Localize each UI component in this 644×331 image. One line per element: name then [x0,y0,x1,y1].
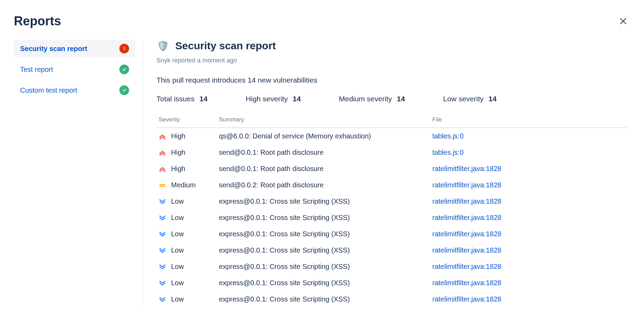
close-button[interactable] [616,14,630,28]
svg-point-1 [124,49,125,50]
cell-severity: Low [156,295,219,303]
cell-severity: Medium [156,181,219,189]
table-row: Mediumsend@0.0.2: Root path disclosurera… [156,177,627,193]
count-label: Low severity [443,95,484,103]
reports-dialog: Reports Security scan reportTest reportC… [0,0,644,331]
cell-file: ratelimitfilter.java:1828 [432,165,627,173]
cell-summary: express@0.0.1: Cross site Scripting (XSS… [219,295,432,303]
cell-file: tables.js:0 [432,148,627,156]
vulnerability-table: Severity Summary File Highqs@6.0.0: Deni… [156,113,627,307]
cell-file: ratelimitfilter.java:1828 [432,246,627,254]
report-title: Security scan report [175,40,276,52]
severity-low-icon [159,279,166,287]
count-value: 14 [293,95,300,103]
col-header-severity: Severity [156,116,219,123]
cell-summary: express@0.0.1: Cross site Scripting (XSS… [219,263,432,271]
count-label: Medium severity [339,95,392,103]
summary-text: express@0.0.1: Cross site Scripting (XSS… [219,279,350,287]
file-link[interactable]: ratelimitfilter.java:1828 [432,263,501,270]
severity-text: Low [171,279,184,287]
cell-file: ratelimitfilter.java:1828 [432,263,627,271]
severity-text: Low [171,214,184,222]
table-row: Lowexpress@0.0.1: Cross site Scripting (… [156,258,627,275]
close-icon [619,17,628,26]
cell-severity: High [156,165,219,173]
sidebar-item[interactable]: Test report [14,60,135,78]
cell-file: ratelimitfilter.java:1828 [432,230,627,238]
severity-high-icon [159,133,166,140]
count-group: Total issues14 [156,95,207,103]
snyk-icon: 🛡️ [156,40,169,52]
report-description: This pull request introduces 14 new vuln… [156,76,627,84]
sidebar-item[interactable]: Security scan report [14,40,135,58]
cell-summary: send@0.0.1: Root path disclosure [219,165,432,173]
summary-text: send@0.0.1: Root path disclosure [219,165,324,172]
dialog-header: Reports [14,14,630,28]
cell-summary: send@0.0.1: Root path disclosure [219,148,432,156]
file-link[interactable]: ratelimitfilter.java:1828 [432,197,501,205]
severity-text: Low [171,295,184,303]
severity-text: Low [171,230,184,238]
cell-summary: express@0.0.1: Cross site Scripting (XSS… [219,214,432,222]
count-group: Low severity14 [443,95,497,103]
severity-low-icon [159,230,166,238]
cell-summary: express@0.0.1: Cross site Scripting (XSS… [219,279,432,287]
file-link[interactable]: ratelimitfilter.java:1828 [432,181,501,189]
cell-file: ratelimitfilter.java:1828 [432,214,627,222]
file-link[interactable]: ratelimitfilter.java:1828 [432,279,501,287]
summary-text: qs@6.0.0: Denial of service (Memory exha… [219,132,371,140]
severity-text: Low [171,197,184,205]
sidebar-item[interactable]: Custom test report [14,81,135,99]
severity-text: High [171,148,185,156]
cell-severity: High [156,132,219,140]
severity-text: Low [171,246,184,254]
severity-high-icon [159,165,166,173]
file-link[interactable]: ratelimitfilter.java:1828 [432,246,501,254]
severity-text: Medium [171,181,196,189]
file-link[interactable]: tables.js:0 [432,148,464,156]
count-value: 14 [397,95,405,103]
cell-file: tables.js:0 [432,132,627,140]
sidebar-item-label: Test report [20,66,53,74]
cell-severity: Low [156,214,219,222]
severity-text: High [171,165,185,173]
sidebar-item-label: Custom test report [20,86,77,94]
file-link[interactable]: ratelimitfilter.java:1828 [432,295,501,303]
table-row: Highsend@0.0.1: Root path disclosuretabl… [156,144,627,161]
severity-low-icon [159,214,166,222]
file-link[interactable]: tables.js:0 [432,132,464,140]
cell-summary: qs@6.0.0: Denial of service (Memory exha… [219,132,432,140]
severity-high-icon [159,149,166,156]
col-header-file: File [432,116,627,123]
file-link[interactable]: ratelimitfilter.java:1828 [432,214,501,221]
cell-file: ratelimitfilter.java:1828 [432,181,627,189]
col-header-summary: Summary [219,116,432,123]
report-header: 🛡️ Security scan report [156,40,627,52]
table-row: Lowexpress@0.0.1: Cross site Scripting (… [156,291,627,307]
file-link[interactable]: ratelimitfilter.java:1828 [432,165,501,172]
sidebar-item-label: Security scan report [20,45,87,53]
severity-text: High [171,132,185,140]
cell-severity: Low [156,263,219,271]
severity-counts: Total issues14High severity14Medium seve… [156,95,627,103]
summary-text: express@0.0.1: Cross site Scripting (XSS… [219,246,350,254]
file-link[interactable]: ratelimitfilter.java:1828 [432,230,501,238]
summary-text: express@0.0.1: Cross site Scripting (XSS… [219,230,350,238]
table-body: Highqs@6.0.0: Denial of service (Memory … [156,128,627,307]
count-value: 14 [489,95,497,103]
severity-low-icon [159,247,166,254]
report-source-line: Snyk reported a moment ago [156,57,627,64]
count-value: 14 [200,95,207,103]
table-row: Lowexpress@0.0.1: Cross site Scripting (… [156,193,627,210]
summary-text: send@0.0.1: Root path disclosure [219,148,324,156]
table-row: Highsend@0.0.1: Root path disclosurerate… [156,161,627,177]
severity-medium-icon [159,181,166,189]
cell-severity: Low [156,230,219,238]
cell-file: ratelimitfilter.java:1828 [432,197,627,205]
dialog-body: Security scan reportTest reportCustom te… [14,40,630,307]
cell-summary: express@0.0.1: Cross site Scripting (XSS… [219,197,432,205]
status-ok-icon [119,85,129,95]
summary-text: express@0.0.1: Cross site Scripting (XSS… [219,214,350,221]
count-group: Medium severity14 [339,95,405,103]
cell-file: ratelimitfilter.java:1828 [432,279,627,287]
